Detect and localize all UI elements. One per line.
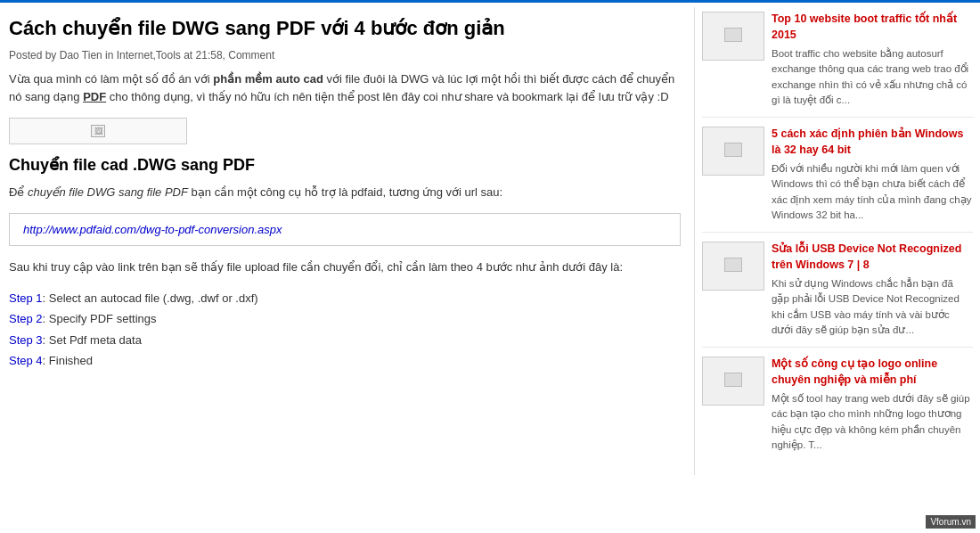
sidebar-title-link-4[interactable]: Một số công cụ tạo logo online chuyên ng… (772, 357, 937, 386)
url-box: http://www.pdfaid.com/dwg-to-pdf-convers… (9, 213, 681, 246)
image-icon: 🖼 (91, 125, 105, 137)
page-layout: Cách chuyển file DWG sang PDF với 4 bước… (0, 7, 980, 475)
intro-pdf: PDF (83, 90, 106, 103)
step-2: Step 2: Specify PDF settings (9, 308, 681, 329)
thumb-img-icon-2 (724, 143, 742, 157)
step3-text: : Set Pdf meta data (43, 333, 142, 347)
step2-text: : Specify PDF settings (43, 312, 157, 325)
thumb-img-icon-3 (724, 258, 742, 272)
desc-start: Để (9, 185, 28, 199)
sidebar-text-3: Sửa lỗi USB Device Not Recognized trên W… (772, 242, 973, 338)
sidebar-title-2[interactable]: 5 cách xác định phiên bản Windows là 32 … (772, 127, 973, 158)
sidebar: Top 10 website boot traffic tốt nhất 201… (695, 7, 980, 475)
intro-bold: phần mềm auto cad (213, 72, 323, 86)
sidebar-thumb-1 (702, 12, 764, 61)
vforum-watermark: Vforum.vn (926, 515, 976, 529)
post-meta: Posted by Dao Tien in Internet,Tools at … (9, 49, 681, 62)
sidebar-thumb-3 (702, 242, 764, 291)
sidebar-thumb-4 (702, 357, 764, 406)
desc-mid: bạn cần một công cụ hỗ trợ là pdfaid, tư… (188, 185, 502, 199)
posted-by-label: Posted by (9, 49, 56, 62)
main-content: Cách chuyển file DWG sang PDF với 4 bước… (0, 7, 695, 475)
step3-label: Step 3 (9, 333, 43, 347)
pdfaid-url[interactable]: http://www.pdfaid.com/dwg-to-pdf-convers… (23, 223, 282, 236)
author-link[interactable]: Dao Tien (60, 49, 102, 62)
step4-text: : Finished (43, 354, 93, 367)
sidebar-desc-4: Một số tool hay trang web dưới đây sẽ gi… (772, 391, 973, 453)
step2-label: Step 2 (9, 312, 43, 325)
categories-link[interactable]: Internet,Tools (117, 49, 181, 62)
sidebar-text-2: 5 cách xác định phiên bản Windows là 32 … (772, 127, 973, 223)
sidebar-title-4[interactable]: Một số công cụ tạo logo online chuyên ng… (772, 357, 973, 388)
step1-label: Step 1 (9, 291, 43, 305)
sidebar-title-link-3[interactable]: Sửa lỗi USB Device Not Recognized trên W… (772, 242, 961, 271)
sidebar-title-link-1[interactable]: Top 10 website boot traffic tốt nhất 201… (772, 12, 957, 41)
sidebar-desc-2: Đối với nhiều người khi mới làm quen với… (772, 161, 973, 223)
step4-label: Step 4 (9, 354, 43, 367)
sidebar-desc-1: Boot traffic cho website bằng autosurf e… (772, 46, 973, 108)
steps-list: Step 1: Select an autocad file (.dwg, .d… (9, 288, 681, 372)
sidebar-text-1: Top 10 website boot traffic tốt nhất 201… (772, 12, 973, 108)
desc-italic: chuyển file DWG sang file PDF (28, 185, 188, 199)
sidebar-item-1: Top 10 website boot traffic tốt nhất 201… (702, 12, 973, 118)
thumb-img-icon-4 (724, 373, 742, 387)
in-label: in (105, 49, 113, 62)
sidebar-item-4: Một số công cụ tạo logo online chuyên ng… (702, 357, 973, 462)
sidebar-desc-3: Khi sử dụng Windows chắc hẳn bạn đã gặp … (772, 276, 973, 338)
image-placeholder: 🖼 (9, 118, 187, 144)
section1-description: Để chuyển file DWG sang file PDF bạn cần… (9, 184, 681, 202)
page-title: Cách chuyển file DWG sang PDF với 4 bước… (9, 16, 681, 42)
top-border (0, 0, 980, 3)
after-text: Sau khi truy cập vào link trên bạn sẽ th… (9, 258, 681, 277)
intro-paragraph: Vừa qua mình có làm một số đồ án với phầ… (9, 70, 681, 108)
thumb-img-icon-1 (724, 28, 742, 42)
time-label: 21:58, (196, 49, 225, 62)
step-4: Step 4: Finished (9, 350, 681, 371)
sidebar-item-3: Sửa lỗi USB Device Not Recognized trên W… (702, 242, 973, 348)
sidebar-item-2: 5 cách xác định phiên bản Windows là 32 … (702, 127, 973, 233)
sidebar-title-link-2[interactable]: 5 cách xác định phiên bản Windows là 32 … (772, 127, 963, 156)
step-1: Step 1: Select an autocad file (.dwg, .d… (9, 288, 681, 308)
sidebar-title-3[interactable]: Sửa lỗi USB Device Not Recognized trên W… (772, 242, 973, 273)
at-label: at (184, 49, 192, 62)
step-3: Step 3: Set Pdf meta data (9, 330, 681, 350)
intro-end: cho thông dụng, vì thấy nó hữu ích nên t… (106, 90, 668, 103)
section1-title: Chuyển file cad .DWG sang PDF (9, 155, 681, 175)
step1-text: : Select an autocad file (.dwg, .dwf or … (43, 291, 258, 305)
sidebar-title-1[interactable]: Top 10 website boot traffic tốt nhất 201… (772, 12, 973, 43)
sidebar-text-4: Một số công cụ tạo logo online chuyên ng… (772, 357, 973, 453)
comment-link[interactable]: Comment (228, 49, 274, 62)
watermark-text: Vforum.vn (930, 517, 971, 527)
sidebar-thumb-2 (702, 127, 764, 176)
intro-start: Vừa qua mình có làm một số đồ án với (9, 72, 213, 86)
